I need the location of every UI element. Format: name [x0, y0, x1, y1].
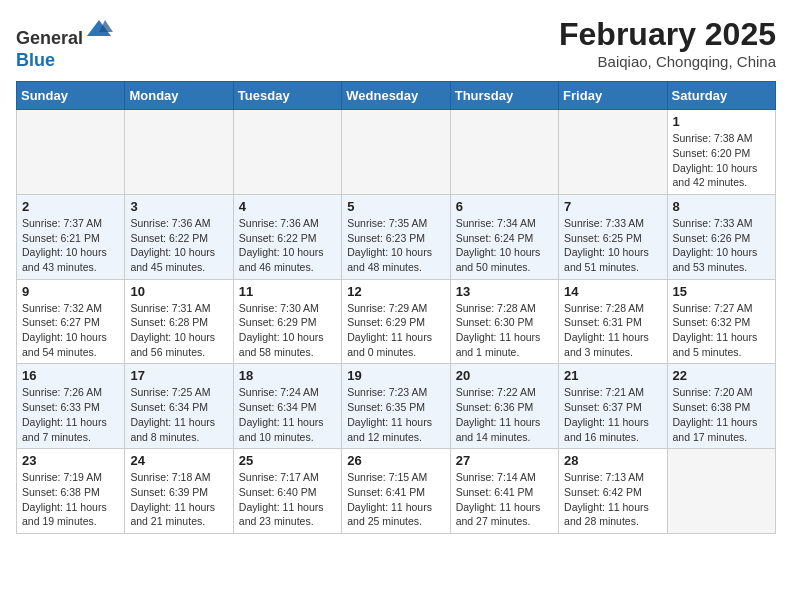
- calendar-cell: 28Sunrise: 7:13 AM Sunset: 6:42 PM Dayli…: [559, 449, 667, 534]
- week-row-2: 2Sunrise: 7:37 AM Sunset: 6:21 PM Daylig…: [17, 194, 776, 279]
- day-info: Sunrise: 7:28 AM Sunset: 6:30 PM Dayligh…: [456, 301, 553, 360]
- day-info: Sunrise: 7:17 AM Sunset: 6:40 PM Dayligh…: [239, 470, 336, 529]
- logo: General Blue: [16, 16, 113, 71]
- day-number: 5: [347, 199, 444, 214]
- day-number: 28: [564, 453, 661, 468]
- day-info: Sunrise: 7:14 AM Sunset: 6:41 PM Dayligh…: [456, 470, 553, 529]
- day-info: Sunrise: 7:18 AM Sunset: 6:39 PM Dayligh…: [130, 470, 227, 529]
- day-info: Sunrise: 7:29 AM Sunset: 6:29 PM Dayligh…: [347, 301, 444, 360]
- day-number: 8: [673, 199, 770, 214]
- day-number: 23: [22, 453, 119, 468]
- day-number: 14: [564, 284, 661, 299]
- day-info: Sunrise: 7:28 AM Sunset: 6:31 PM Dayligh…: [564, 301, 661, 360]
- calendar-cell: 11Sunrise: 7:30 AM Sunset: 6:29 PM Dayli…: [233, 279, 341, 364]
- weekday-header-friday: Friday: [559, 82, 667, 110]
- week-row-4: 16Sunrise: 7:26 AM Sunset: 6:33 PM Dayli…: [17, 364, 776, 449]
- calendar-cell: 20Sunrise: 7:22 AM Sunset: 6:36 PM Dayli…: [450, 364, 558, 449]
- day-number: 10: [130, 284, 227, 299]
- day-info: Sunrise: 7:36 AM Sunset: 6:22 PM Dayligh…: [130, 216, 227, 275]
- day-info: Sunrise: 7:27 AM Sunset: 6:32 PM Dayligh…: [673, 301, 770, 360]
- calendar-cell: 18Sunrise: 7:24 AM Sunset: 6:34 PM Dayli…: [233, 364, 341, 449]
- day-info: Sunrise: 7:30 AM Sunset: 6:29 PM Dayligh…: [239, 301, 336, 360]
- day-info: Sunrise: 7:34 AM Sunset: 6:24 PM Dayligh…: [456, 216, 553, 275]
- day-number: 6: [456, 199, 553, 214]
- calendar-cell: 8Sunrise: 7:33 AM Sunset: 6:26 PM Daylig…: [667, 194, 775, 279]
- day-number: 26: [347, 453, 444, 468]
- week-row-1: 1Sunrise: 7:38 AM Sunset: 6:20 PM Daylig…: [17, 110, 776, 195]
- calendar-cell: 17Sunrise: 7:25 AM Sunset: 6:34 PM Dayli…: [125, 364, 233, 449]
- weekday-header-row: SundayMondayTuesdayWednesdayThursdayFrid…: [17, 82, 776, 110]
- day-info: Sunrise: 7:19 AM Sunset: 6:38 PM Dayligh…: [22, 470, 119, 529]
- calendar-cell: [342, 110, 450, 195]
- weekday-header-saturday: Saturday: [667, 82, 775, 110]
- calendar-cell: 5Sunrise: 7:35 AM Sunset: 6:23 PM Daylig…: [342, 194, 450, 279]
- calendar-cell: [233, 110, 341, 195]
- month-title: February 2025: [559, 16, 776, 53]
- day-info: Sunrise: 7:22 AM Sunset: 6:36 PM Dayligh…: [456, 385, 553, 444]
- calendar-cell: 19Sunrise: 7:23 AM Sunset: 6:35 PM Dayli…: [342, 364, 450, 449]
- calendar-cell: 9Sunrise: 7:32 AM Sunset: 6:27 PM Daylig…: [17, 279, 125, 364]
- day-number: 4: [239, 199, 336, 214]
- calendar-cell: 23Sunrise: 7:19 AM Sunset: 6:38 PM Dayli…: [17, 449, 125, 534]
- weekday-header-sunday: Sunday: [17, 82, 125, 110]
- day-info: Sunrise: 7:32 AM Sunset: 6:27 PM Dayligh…: [22, 301, 119, 360]
- title-block: February 2025 Baiqiao, Chongqing, China: [559, 16, 776, 70]
- day-number: 17: [130, 368, 227, 383]
- weekday-header-monday: Monday: [125, 82, 233, 110]
- day-info: Sunrise: 7:37 AM Sunset: 6:21 PM Dayligh…: [22, 216, 119, 275]
- calendar-cell: 10Sunrise: 7:31 AM Sunset: 6:28 PM Dayli…: [125, 279, 233, 364]
- day-number: 15: [673, 284, 770, 299]
- day-info: Sunrise: 7:21 AM Sunset: 6:37 PM Dayligh…: [564, 385, 661, 444]
- calendar-cell: [17, 110, 125, 195]
- calendar-cell: [450, 110, 558, 195]
- day-info: Sunrise: 7:13 AM Sunset: 6:42 PM Dayligh…: [564, 470, 661, 529]
- day-number: 24: [130, 453, 227, 468]
- day-number: 20: [456, 368, 553, 383]
- day-number: 21: [564, 368, 661, 383]
- day-number: 25: [239, 453, 336, 468]
- day-number: 3: [130, 199, 227, 214]
- weekday-header-wednesday: Wednesday: [342, 82, 450, 110]
- week-row-3: 9Sunrise: 7:32 AM Sunset: 6:27 PM Daylig…: [17, 279, 776, 364]
- calendar-cell: 12Sunrise: 7:29 AM Sunset: 6:29 PM Dayli…: [342, 279, 450, 364]
- calendar-cell: 6Sunrise: 7:34 AM Sunset: 6:24 PM Daylig…: [450, 194, 558, 279]
- day-number: 9: [22, 284, 119, 299]
- logo-icon: [85, 16, 113, 44]
- calendar-cell: [125, 110, 233, 195]
- calendar-cell: 16Sunrise: 7:26 AM Sunset: 6:33 PM Dayli…: [17, 364, 125, 449]
- day-number: 2: [22, 199, 119, 214]
- day-info: Sunrise: 7:38 AM Sunset: 6:20 PM Dayligh…: [673, 131, 770, 190]
- day-info: Sunrise: 7:23 AM Sunset: 6:35 PM Dayligh…: [347, 385, 444, 444]
- day-number: 18: [239, 368, 336, 383]
- calendar-cell: 27Sunrise: 7:14 AM Sunset: 6:41 PM Dayli…: [450, 449, 558, 534]
- calendar-cell: 1Sunrise: 7:38 AM Sunset: 6:20 PM Daylig…: [667, 110, 775, 195]
- day-info: Sunrise: 7:33 AM Sunset: 6:25 PM Dayligh…: [564, 216, 661, 275]
- logo-blue: Blue: [16, 50, 55, 70]
- day-number: 22: [673, 368, 770, 383]
- calendar-cell: [559, 110, 667, 195]
- day-info: Sunrise: 7:31 AM Sunset: 6:28 PM Dayligh…: [130, 301, 227, 360]
- day-info: Sunrise: 7:15 AM Sunset: 6:41 PM Dayligh…: [347, 470, 444, 529]
- weekday-header-thursday: Thursday: [450, 82, 558, 110]
- day-info: Sunrise: 7:25 AM Sunset: 6:34 PM Dayligh…: [130, 385, 227, 444]
- calendar-cell: 25Sunrise: 7:17 AM Sunset: 6:40 PM Dayli…: [233, 449, 341, 534]
- day-number: 16: [22, 368, 119, 383]
- location-subtitle: Baiqiao, Chongqing, China: [559, 53, 776, 70]
- day-info: Sunrise: 7:24 AM Sunset: 6:34 PM Dayligh…: [239, 385, 336, 444]
- calendar-cell: 15Sunrise: 7:27 AM Sunset: 6:32 PM Dayli…: [667, 279, 775, 364]
- calendar-cell: 24Sunrise: 7:18 AM Sunset: 6:39 PM Dayli…: [125, 449, 233, 534]
- calendar-cell: 7Sunrise: 7:33 AM Sunset: 6:25 PM Daylig…: [559, 194, 667, 279]
- day-info: Sunrise: 7:36 AM Sunset: 6:22 PM Dayligh…: [239, 216, 336, 275]
- day-number: 1: [673, 114, 770, 129]
- page-header: General Blue February 2025 Baiqiao, Chon…: [16, 16, 776, 71]
- day-number: 13: [456, 284, 553, 299]
- day-info: Sunrise: 7:20 AM Sunset: 6:38 PM Dayligh…: [673, 385, 770, 444]
- day-info: Sunrise: 7:35 AM Sunset: 6:23 PM Dayligh…: [347, 216, 444, 275]
- day-number: 11: [239, 284, 336, 299]
- calendar-cell: 4Sunrise: 7:36 AM Sunset: 6:22 PM Daylig…: [233, 194, 341, 279]
- calendar-table: SundayMondayTuesdayWednesdayThursdayFrid…: [16, 81, 776, 534]
- calendar-cell: 14Sunrise: 7:28 AM Sunset: 6:31 PM Dayli…: [559, 279, 667, 364]
- calendar-cell: [667, 449, 775, 534]
- week-row-5: 23Sunrise: 7:19 AM Sunset: 6:38 PM Dayli…: [17, 449, 776, 534]
- calendar-cell: 22Sunrise: 7:20 AM Sunset: 6:38 PM Dayli…: [667, 364, 775, 449]
